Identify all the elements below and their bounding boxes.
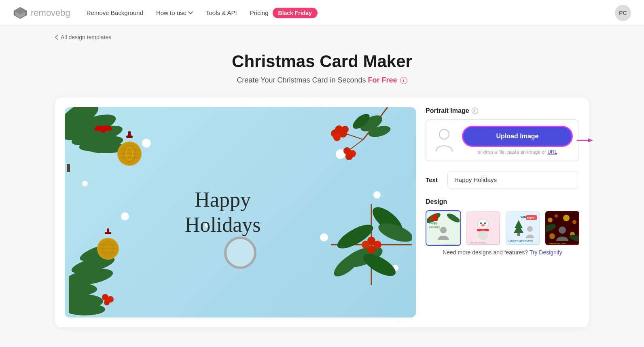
upload-btn-container: Upload Image or drop a file, paste an im… (462, 126, 573, 155)
svg-rect-58 (107, 229, 109, 233)
nav-remove-background[interactable]: Remove Background (87, 9, 143, 16)
svg-point-52 (70, 253, 117, 277)
svg-point-73 (430, 216, 434, 220)
user-avatar[interactable]: PC (615, 5, 631, 21)
main-content: All design templates Christmas Card Make… (39, 26, 605, 343)
svg-point-60 (97, 238, 119, 260)
svg-text:Wishing you close...: Wishing you close... (549, 242, 567, 244)
svg-point-53 (78, 241, 116, 264)
card-text: Happy Holidays (185, 187, 261, 238)
svg-point-4 (65, 109, 119, 145)
portrait-section-title: Portrait Image i (426, 107, 579, 114)
svg-text:HAPPY HOLIDAYS: HAPPY HOLIDAYS (508, 240, 533, 243)
snow-dot (392, 265, 398, 271)
pine-top-left (65, 107, 146, 172)
svg-point-101 (549, 233, 555, 239)
ornament-left (117, 131, 142, 168)
svg-point-65 (103, 241, 113, 256)
snow-dot (82, 181, 88, 186)
svg-point-61 (98, 239, 118, 259)
svg-text:Happy: Happy (429, 222, 438, 225)
design-thumb-3[interactable]: WINTER COZY HAPPY HOLIDAYS (505, 210, 540, 246)
svg-point-24 (350, 111, 372, 132)
svg-point-25 (343, 147, 351, 154)
svg-point-66 (439, 129, 449, 139)
text-input[interactable] (447, 171, 579, 188)
back-link[interactable]: All design templates (55, 34, 589, 40)
svg-point-18 (331, 129, 339, 138)
snow-dot (93, 124, 100, 131)
design-section-title: Design (426, 198, 579, 205)
snow-dot (336, 149, 345, 159)
svg-point-36 (126, 148, 133, 160)
design-thumb-4[interactable]: Wishing you close... (544, 210, 579, 246)
pine-bottom-left (69, 237, 142, 317)
svg-point-46 (373, 241, 381, 249)
try-designify-link[interactable]: Try Designify (530, 249, 562, 256)
nav-tools-api[interactable]: Tools & API (206, 9, 237, 16)
svg-point-9 (68, 120, 102, 143)
svg-point-26 (349, 150, 356, 157)
svg-point-99 (563, 215, 570, 221)
svg-point-51 (69, 266, 114, 288)
svg-point-74 (434, 217, 438, 221)
design-thumb-1[interactable]: Happy Holidays (426, 210, 461, 246)
pricing-group: Pricing Black Friday (250, 8, 318, 18)
info-icon[interactable]: i (400, 77, 407, 84)
right-panel: Portrait Image i Upload Image (426, 107, 579, 317)
svg-point-100 (572, 220, 576, 224)
portrait-placeholder (224, 237, 256, 269)
svg-point-19 (339, 129, 347, 138)
snow-dot (320, 233, 328, 241)
design-section: Design (426, 198, 579, 256)
person-placeholder (432, 126, 456, 154)
page-subtitle: Create Your Christmas Card in Seconds Fo… (55, 76, 589, 85)
black-friday-badge[interactable]: Black Friday (273, 8, 318, 18)
svg-point-12 (94, 125, 103, 132)
svg-point-7 (65, 107, 92, 133)
svg-line-16 (347, 140, 363, 152)
for-free-label: For Free (368, 76, 397, 84)
nav-pricing[interactable]: Pricing (250, 9, 269, 16)
design-grid: Happy Holidays (426, 210, 579, 246)
logo[interactable]: removebg (13, 6, 70, 20)
svg-point-48 (362, 241, 370, 249)
svg-point-97 (548, 218, 553, 222)
svg-point-13 (104, 125, 113, 132)
svg-point-22 (358, 112, 385, 135)
canvas-area: Happy Holidays (65, 107, 416, 317)
nav-how-to-use[interactable]: How to use (156, 9, 193, 16)
upload-image-button[interactable]: Upload Image (462, 126, 573, 147)
editor-container: Happy Holidays Portrait Image i (55, 97, 589, 327)
svg-point-49 (69, 294, 103, 309)
svg-point-30 (117, 142, 142, 166)
svg-line-14 (363, 107, 388, 140)
arrow-indicator (577, 136, 593, 144)
svg-point-75 (440, 227, 447, 233)
svg-rect-59 (105, 232, 111, 234)
svg-point-57 (104, 300, 110, 305)
design-preview-1: Happy Holidays (427, 212, 460, 244)
ornament-bottom-left (97, 229, 119, 261)
svg-rect-10 (67, 164, 70, 172)
design-thumb-2[interactable]: We are always... (465, 210, 501, 246)
svg-point-3 (65, 107, 102, 138)
svg-point-31 (118, 142, 141, 165)
url-link[interactable]: URL (547, 149, 557, 155)
svg-point-85 (478, 231, 488, 240)
text-section: Text (426, 171, 579, 188)
svg-point-39 (369, 204, 407, 238)
svg-marker-68 (588, 138, 593, 142)
canvas-preview: Happy Holidays (65, 107, 416, 317)
svg-point-83 (481, 224, 485, 226)
svg-text:COZY: COZY (527, 217, 535, 220)
svg-point-50 (69, 283, 97, 296)
svg-point-6 (78, 133, 124, 154)
svg-point-81 (480, 222, 482, 224)
portrait-info-icon[interactable]: i (472, 108, 478, 114)
svg-point-5 (70, 122, 125, 149)
navbar: removebg Remove Background How to use To… (0, 0, 644, 26)
design-preview-4: Wishing you close... (546, 212, 578, 244)
svg-point-23 (367, 124, 392, 139)
snow-dot (205, 223, 210, 228)
